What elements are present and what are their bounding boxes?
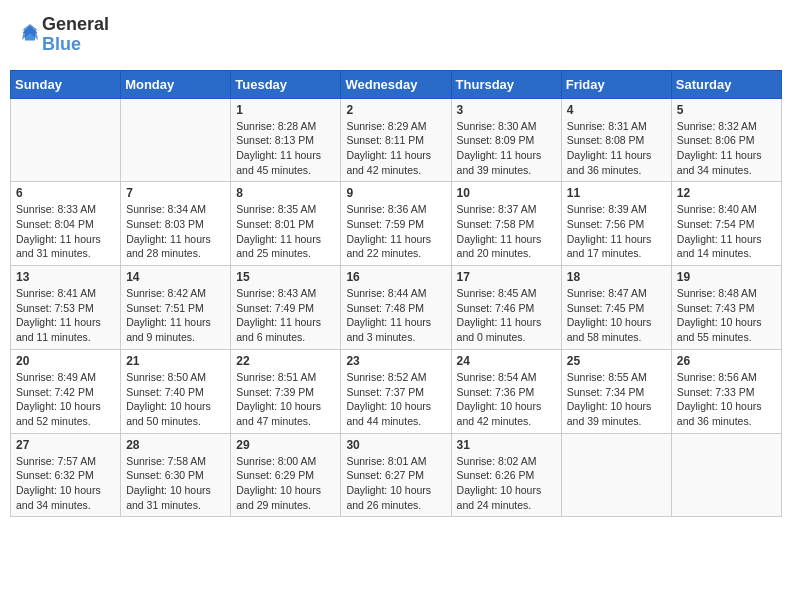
week-row-3: 13Sunrise: 8:41 AMSunset: 7:53 PMDayligh… [11,266,782,350]
calendar-cell [121,98,231,182]
day-number: 18 [567,270,666,284]
day-number: 29 [236,438,335,452]
day-info: Sunrise: 8:41 AMSunset: 7:53 PMDaylight:… [16,286,115,345]
calendar-table: SundayMondayTuesdayWednesdayThursdayFrid… [10,70,782,518]
calendar-cell: 15Sunrise: 8:43 AMSunset: 7:49 PMDayligh… [231,266,341,350]
day-info: Sunrise: 8:31 AMSunset: 8:08 PMDaylight:… [567,119,666,178]
calendar-cell: 14Sunrise: 8:42 AMSunset: 7:51 PMDayligh… [121,266,231,350]
calendar-cell: 10Sunrise: 8:37 AMSunset: 7:58 PMDayligh… [451,182,561,266]
calendar-cell: 18Sunrise: 8:47 AMSunset: 7:45 PMDayligh… [561,266,671,350]
calendar-cell: 25Sunrise: 8:55 AMSunset: 7:34 PMDayligh… [561,349,671,433]
day-info: Sunrise: 8:37 AMSunset: 7:58 PMDaylight:… [457,202,556,261]
day-info: Sunrise: 8:30 AMSunset: 8:09 PMDaylight:… [457,119,556,178]
calendar-cell: 27Sunrise: 7:57 AMSunset: 6:32 PMDayligh… [11,433,121,517]
day-header-wednesday: Wednesday [341,70,451,98]
calendar-cell: 1Sunrise: 8:28 AMSunset: 8:13 PMDaylight… [231,98,341,182]
day-number: 10 [457,186,556,200]
day-number: 13 [16,270,115,284]
calendar-cell: 2Sunrise: 8:29 AMSunset: 8:11 PMDaylight… [341,98,451,182]
day-number: 6 [16,186,115,200]
calendar-cell: 22Sunrise: 8:51 AMSunset: 7:39 PMDayligh… [231,349,341,433]
day-number: 30 [346,438,445,452]
calendar-cell: 21Sunrise: 8:50 AMSunset: 7:40 PMDayligh… [121,349,231,433]
calendar-cell: 30Sunrise: 8:01 AMSunset: 6:27 PMDayligh… [341,433,451,517]
calendar-cell: 31Sunrise: 8:02 AMSunset: 6:26 PMDayligh… [451,433,561,517]
day-number: 16 [346,270,445,284]
calendar-cell: 29Sunrise: 8:00 AMSunset: 6:29 PMDayligh… [231,433,341,517]
day-info: Sunrise: 8:47 AMSunset: 7:45 PMDaylight:… [567,286,666,345]
logo-text: General Blue [42,15,109,55]
day-number: 12 [677,186,776,200]
calendar-cell: 11Sunrise: 8:39 AMSunset: 7:56 PMDayligh… [561,182,671,266]
calendar-cell: 3Sunrise: 8:30 AMSunset: 8:09 PMDaylight… [451,98,561,182]
day-info: Sunrise: 8:49 AMSunset: 7:42 PMDaylight:… [16,370,115,429]
day-info: Sunrise: 8:39 AMSunset: 7:56 PMDaylight:… [567,202,666,261]
day-number: 3 [457,103,556,117]
calendar-cell: 16Sunrise: 8:44 AMSunset: 7:48 PMDayligh… [341,266,451,350]
calendar-header-row: SundayMondayTuesdayWednesdayThursdayFrid… [11,70,782,98]
logo: General Blue [20,15,109,55]
calendar-cell: 23Sunrise: 8:52 AMSunset: 7:37 PMDayligh… [341,349,451,433]
calendar-cell: 26Sunrise: 8:56 AMSunset: 7:33 PMDayligh… [671,349,781,433]
day-number: 23 [346,354,445,368]
calendar-cell: 19Sunrise: 8:48 AMSunset: 7:43 PMDayligh… [671,266,781,350]
day-number: 14 [126,270,225,284]
calendar-cell: 24Sunrise: 8:54 AMSunset: 7:36 PMDayligh… [451,349,561,433]
day-info: Sunrise: 8:42 AMSunset: 7:51 PMDaylight:… [126,286,225,345]
day-number: 28 [126,438,225,452]
day-number: 2 [346,103,445,117]
calendar-cell: 7Sunrise: 8:34 AMSunset: 8:03 PMDaylight… [121,182,231,266]
week-row-1: 1Sunrise: 8:28 AMSunset: 8:13 PMDaylight… [11,98,782,182]
day-number: 24 [457,354,556,368]
week-row-5: 27Sunrise: 7:57 AMSunset: 6:32 PMDayligh… [11,433,782,517]
calendar-cell: 17Sunrise: 8:45 AMSunset: 7:46 PMDayligh… [451,266,561,350]
day-number: 11 [567,186,666,200]
day-number: 31 [457,438,556,452]
day-info: Sunrise: 8:01 AMSunset: 6:27 PMDaylight:… [346,454,445,513]
day-info: Sunrise: 8:35 AMSunset: 8:01 PMDaylight:… [236,202,335,261]
calendar-cell: 12Sunrise: 8:40 AMSunset: 7:54 PMDayligh… [671,182,781,266]
calendar-cell: 8Sunrise: 8:35 AMSunset: 8:01 PMDaylight… [231,182,341,266]
day-info: Sunrise: 8:51 AMSunset: 7:39 PMDaylight:… [236,370,335,429]
day-info: Sunrise: 7:58 AMSunset: 6:30 PMDaylight:… [126,454,225,513]
day-info: Sunrise: 8:50 AMSunset: 7:40 PMDaylight:… [126,370,225,429]
page-header: General Blue [10,10,782,60]
week-row-2: 6Sunrise: 8:33 AMSunset: 8:04 PMDaylight… [11,182,782,266]
day-header-sunday: Sunday [11,70,121,98]
day-number: 17 [457,270,556,284]
day-info: Sunrise: 8:28 AMSunset: 8:13 PMDaylight:… [236,119,335,178]
day-number: 26 [677,354,776,368]
day-number: 19 [677,270,776,284]
calendar-cell: 6Sunrise: 8:33 AMSunset: 8:04 PMDaylight… [11,182,121,266]
calendar-cell: 13Sunrise: 8:41 AMSunset: 7:53 PMDayligh… [11,266,121,350]
day-info: Sunrise: 8:34 AMSunset: 8:03 PMDaylight:… [126,202,225,261]
day-header-thursday: Thursday [451,70,561,98]
day-header-tuesday: Tuesday [231,70,341,98]
day-number: 27 [16,438,115,452]
day-info: Sunrise: 8:45 AMSunset: 7:46 PMDaylight:… [457,286,556,345]
day-info: Sunrise: 8:29 AMSunset: 8:11 PMDaylight:… [346,119,445,178]
day-info: Sunrise: 8:52 AMSunset: 7:37 PMDaylight:… [346,370,445,429]
day-info: Sunrise: 8:56 AMSunset: 7:33 PMDaylight:… [677,370,776,429]
calendar-cell: 20Sunrise: 8:49 AMSunset: 7:42 PMDayligh… [11,349,121,433]
day-number: 1 [236,103,335,117]
day-info: Sunrise: 8:43 AMSunset: 7:49 PMDaylight:… [236,286,335,345]
day-number: 25 [567,354,666,368]
day-number: 8 [236,186,335,200]
day-info: Sunrise: 8:36 AMSunset: 7:59 PMDaylight:… [346,202,445,261]
day-info: Sunrise: 8:02 AMSunset: 6:26 PMDaylight:… [457,454,556,513]
day-info: Sunrise: 8:48 AMSunset: 7:43 PMDaylight:… [677,286,776,345]
week-row-4: 20Sunrise: 8:49 AMSunset: 7:42 PMDayligh… [11,349,782,433]
logo-icon [20,23,40,43]
day-header-monday: Monday [121,70,231,98]
day-header-friday: Friday [561,70,671,98]
day-number: 7 [126,186,225,200]
day-number: 21 [126,354,225,368]
day-info: Sunrise: 8:55 AMSunset: 7:34 PMDaylight:… [567,370,666,429]
day-info: Sunrise: 8:40 AMSunset: 7:54 PMDaylight:… [677,202,776,261]
calendar-cell: 5Sunrise: 8:32 AMSunset: 8:06 PMDaylight… [671,98,781,182]
day-info: Sunrise: 8:32 AMSunset: 8:06 PMDaylight:… [677,119,776,178]
calendar-cell: 28Sunrise: 7:58 AMSunset: 6:30 PMDayligh… [121,433,231,517]
calendar-cell [561,433,671,517]
day-info: Sunrise: 7:57 AMSunset: 6:32 PMDaylight:… [16,454,115,513]
